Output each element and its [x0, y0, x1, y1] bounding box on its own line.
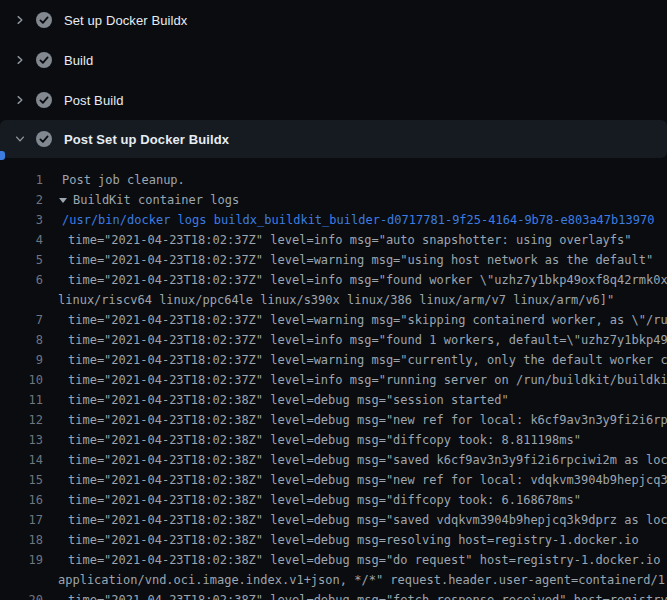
chevron-icon[interactable] — [12, 131, 28, 147]
log-line: 6 time="2021-04-23T18:02:37Z" level=info… — [0, 270, 667, 290]
step-row[interactable]: Post Build — [0, 80, 667, 120]
line-number[interactable]: 9 — [0, 350, 43, 370]
step-row[interactable]: Set up Docker Buildx — [0, 0, 667, 40]
line-text: time="2021-04-23T18:02:38Z" level=debug … — [43, 490, 581, 510]
steps-list: Set up Docker Buildx Build — [0, 0, 667, 158]
line-number[interactable] — [0, 570, 43, 590]
log-line: 13 time="2021-04-23T18:02:38Z" level=deb… — [0, 430, 667, 450]
line-number[interactable]: 11 — [0, 390, 43, 410]
chevron-icon[interactable] — [12, 52, 28, 68]
line-number[interactable]: 5 — [0, 250, 43, 270]
line-text: /usr/bin/docker logs buildx_buildkit_bui… — [43, 210, 654, 230]
log-line: 7 time="2021-04-23T18:02:37Z" level=warn… — [0, 310, 667, 330]
log-line: 2 BuildKit container logs — [0, 190, 667, 210]
line-text: time="2021-04-23T18:02:38Z" level=debug … — [43, 450, 667, 470]
log-line: 12 time="2021-04-23T18:02:38Z" level=deb… — [0, 410, 667, 430]
line-number[interactable]: 20 — [0, 590, 43, 600]
line-text: BuildKit container logs — [67, 190, 239, 210]
log-line: 15 time="2021-04-23T18:02:38Z" level=deb… — [0, 470, 667, 490]
step-row[interactable]: Build — [0, 40, 667, 80]
line-number[interactable]: 16 — [0, 490, 43, 510]
line-text: time="2021-04-23T18:02:38Z" level=debug … — [43, 470, 667, 490]
log-line: 10 time="2021-04-23T18:02:37Z" level=inf… — [0, 370, 667, 390]
line-text: time="2021-04-23T18:02:37Z" level=info m… — [43, 330, 667, 350]
log-line: 19 time="2021-04-23T18:02:38Z" level=deb… — [0, 550, 667, 570]
log-line: 3 /usr/bin/docker logs buildx_buildkit_b… — [0, 210, 667, 230]
line-text: application/vnd.oci.image.index.v1+json,… — [43, 570, 667, 590]
step-label: Post Set up Docker Buildx — [64, 132, 229, 147]
step-label: Set up Docker Buildx — [64, 13, 187, 28]
line-number[interactable]: 19 — [0, 550, 43, 570]
line-number[interactable]: 4 — [0, 230, 43, 250]
log-viewer: 1 Post job cleanup. 2 BuildKit container… — [0, 158, 667, 600]
check-circle-icon — [36, 131, 52, 147]
step-label: Post Build — [64, 93, 124, 108]
log-line: linux/riscv64 linux/ppc64le linux/s390x … — [0, 290, 667, 310]
line-text: time="2021-04-23T18:02:38Z" level=debug … — [43, 430, 581, 450]
line-number[interactable]: 7 — [0, 310, 43, 330]
log-line: 9 time="2021-04-23T18:02:37Z" level=warn… — [0, 350, 667, 370]
log-line: 20 time="2021-04-23T18:02:38Z" level=deb… — [0, 590, 667, 600]
log-line: 11 time="2021-04-23T18:02:38Z" level=deb… — [0, 390, 667, 410]
line-number[interactable]: 18 — [0, 530, 43, 550]
line-text: time="2021-04-23T18:02:37Z" level=info m… — [43, 370, 667, 390]
line-number[interactable]: 2 — [0, 190, 43, 210]
group-toggle-icon[interactable] — [59, 198, 67, 203]
step-row[interactable]: Post Set up Docker Buildx — [0, 120, 667, 158]
line-text: time="2021-04-23T18:02:38Z" level=debug … — [43, 390, 509, 410]
line-text: linux/riscv64 linux/ppc64le linux/s390x … — [43, 290, 614, 310]
log-line: 4 time="2021-04-23T18:02:37Z" level=info… — [0, 230, 667, 250]
line-text: time="2021-04-23T18:02:37Z" level=info m… — [43, 270, 667, 290]
check-circle-icon — [36, 12, 52, 28]
log-line: application/vnd.oci.image.index.v1+json,… — [0, 570, 667, 590]
line-text: time="2021-04-23T18:02:37Z" level=warnin… — [43, 350, 667, 370]
active-step-indicator — [0, 151, 5, 160]
log-line: 16 time="2021-04-23T18:02:38Z" level=deb… — [0, 490, 667, 510]
log-line: 18 time="2021-04-23T18:02:38Z" level=deb… — [0, 530, 667, 550]
line-text: time="2021-04-23T18:02:38Z" level=debug … — [43, 510, 667, 530]
line-number[interactable]: 1 — [0, 170, 43, 190]
line-text: time="2021-04-23T18:02:38Z" level=debug … — [43, 530, 639, 550]
line-text: time="2021-04-23T18:02:38Z" level=debug … — [43, 590, 667, 600]
line-text: time="2021-04-23T18:02:37Z" level=warnin… — [43, 250, 653, 270]
chevron-icon[interactable] — [12, 12, 28, 28]
line-text: time="2021-04-23T18:02:38Z" level=debug … — [43, 550, 667, 570]
log-line: 8 time="2021-04-23T18:02:37Z" level=info… — [0, 330, 667, 350]
check-circle-icon — [36, 92, 52, 108]
log-line: 5 time="2021-04-23T18:02:37Z" level=warn… — [0, 250, 667, 270]
line-number[interactable] — [0, 290, 43, 310]
step-label: Build — [64, 53, 93, 68]
line-number[interactable]: 14 — [0, 450, 43, 470]
line-text: time="2021-04-23T18:02:38Z" level=debug … — [43, 410, 667, 430]
chevron-icon[interactable] — [12, 92, 28, 108]
log-line: 14 time="2021-04-23T18:02:38Z" level=deb… — [0, 450, 667, 470]
line-text: time="2021-04-23T18:02:37Z" level=info m… — [43, 230, 632, 250]
line-text: time="2021-04-23T18:02:37Z" level=warnin… — [43, 310, 667, 330]
line-number[interactable]: 15 — [0, 470, 43, 490]
line-number[interactable]: 17 — [0, 510, 43, 530]
check-circle-icon — [36, 52, 52, 68]
log-lines: 1 Post job cleanup. 2 BuildKit container… — [0, 170, 667, 600]
line-text: Post job cleanup. — [43, 170, 185, 190]
log-line: 1 Post job cleanup. — [0, 170, 667, 190]
line-number[interactable]: 8 — [0, 330, 43, 350]
line-number[interactable]: 13 — [0, 430, 43, 450]
line-number[interactable]: 6 — [0, 270, 43, 290]
log-line: 17 time="2021-04-23T18:02:38Z" level=deb… — [0, 510, 667, 530]
line-number[interactable]: 10 — [0, 370, 43, 390]
line-number[interactable]: 3 — [0, 210, 43, 230]
line-number[interactable]: 12 — [0, 410, 43, 430]
